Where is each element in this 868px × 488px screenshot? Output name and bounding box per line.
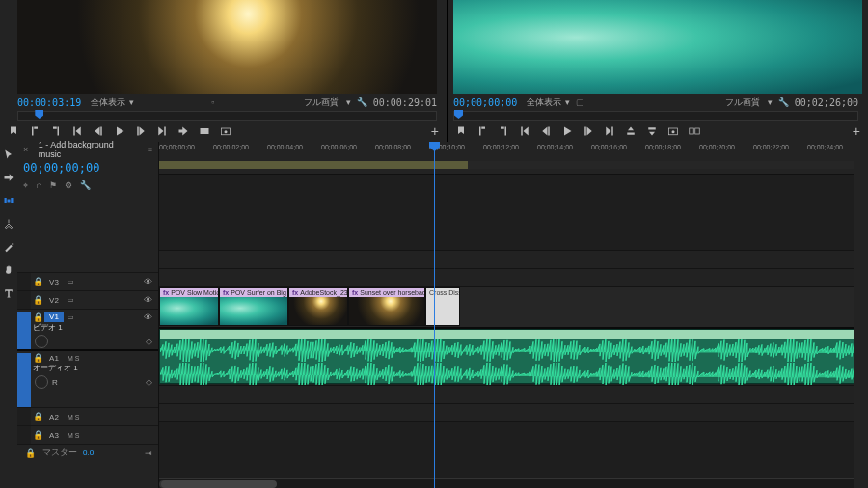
lane-a2[interactable] (159, 385, 868, 403)
mark-in-button[interactable] (29, 125, 41, 137)
track-header-v2[interactable]: 🔒 V2 ▭ 👁 (17, 290, 158, 309)
add-marker-button[interactable] (8, 125, 19, 137)
expand-icon[interactable]: ⇥ (145, 448, 152, 458)
mark-out-button[interactable] (50, 125, 62, 137)
clip-c2[interactable]: fxPOV Surfer on Big Blue Oc (219, 287, 288, 326)
razor-tool[interactable] (2, 217, 15, 230)
ripple-edit-tool[interactable] (2, 194, 15, 207)
track-header-a2[interactable]: 🔒 A2 M S (17, 407, 158, 425)
go-to-out-button[interactable] (156, 125, 168, 137)
track-target-v3[interactable] (17, 273, 31, 290)
program-playhead[interactable] (454, 110, 463, 119)
clip-c4[interactable]: fxSunset over horseback riders (348, 287, 425, 326)
lane-a3[interactable] (159, 403, 868, 421)
track-target-v1[interactable] (17, 312, 31, 349)
chevron-down-icon[interactable]: ▾ (346, 97, 351, 107)
track-mute-button[interactable]: M (68, 355, 73, 362)
lock-icon[interactable]: 🔒 (31, 412, 44, 421)
track-solo-button[interactable]: S (75, 355, 80, 362)
time-ruler[interactable]: 00;00;00;0000;00;02;0000;00;04;0000;00;0… (159, 142, 868, 175)
lock-icon[interactable]: 🔒 (31, 353, 44, 363)
link-icon[interactable]: ∩ (36, 180, 41, 190)
lock-icon[interactable]: 🔒 (31, 295, 44, 305)
source-fit-label[interactable]: フル画質 (304, 96, 339, 109)
track-solo-button[interactable]: S (75, 414, 80, 420)
step-back-button[interactable] (540, 125, 552, 137)
go-to-out-button[interactable] (604, 125, 615, 137)
lane-v2[interactable] (159, 268, 868, 286)
track-source-a1[interactable] (17, 353, 31, 407)
insert-button[interactable] (177, 125, 189, 137)
timeline-body[interactable]: 00;00;00;0000;00;02;0000;00;04;0000;00;0… (159, 142, 868, 488)
clip-c3[interactable]: fxAdobeStock_234381 (288, 287, 348, 326)
audio-clip[interactable] (159, 329, 868, 384)
track-dial[interactable] (35, 375, 48, 389)
lift-button[interactable] (625, 125, 637, 137)
program-fit-label[interactable]: フル画質 (725, 96, 760, 109)
track-target-v2[interactable] (17, 291, 31, 309)
snap-icon[interactable]: ⌖ (23, 180, 28, 191)
extract-button[interactable] (646, 125, 658, 137)
lock-icon[interactable]: 🔒 (23, 448, 37, 458)
wrench-icon[interactable]: 🔧 (80, 180, 91, 190)
play-button[interactable] (114, 125, 125, 137)
add-marker-button[interactable] (455, 125, 467, 137)
timeline-h-scrollbar[interactable] (159, 478, 868, 488)
wrench-icon[interactable]: 🔧 (357, 97, 367, 107)
settings-icon[interactable]: ⚙ (65, 180, 72, 190)
lane-v3[interactable] (159, 250, 868, 268)
overwrite-button[interactable] (199, 125, 210, 137)
go-to-in-button[interactable] (519, 125, 530, 137)
source-playhead[interactable] (35, 110, 43, 119)
eye-icon[interactable]: 👁 (144, 312, 152, 322)
track-mute-button[interactable]: M (68, 414, 73, 420)
keyframe-nav-icon[interactable]: ◇ (146, 337, 152, 346)
timeline-tab[interactable]: × 1 - Add background music ≡ (17, 142, 158, 157)
export-frame-button[interactable] (220, 125, 231, 137)
track-target-a2[interactable] (17, 408, 31, 425)
track-header-a3[interactable]: 🔒 A3 M S (17, 425, 158, 444)
play-button[interactable] (561, 125, 573, 137)
sequence-timecode[interactable]: 00;00;00;00 (17, 157, 158, 178)
eye-icon[interactable]: 👁 (144, 277, 152, 286)
clip-c5[interactable]: Cross Dissol (425, 287, 460, 326)
selection-tool[interactable] (2, 148, 15, 161)
step-forward-button[interactable] (135, 125, 147, 137)
add-button-icon[interactable]: + (431, 123, 439, 139)
eye-icon[interactable]: 👁 (144, 295, 152, 305)
program-scrubber[interactable] (453, 111, 858, 121)
pen-tool[interactable] (2, 240, 15, 254)
chevron-down-icon[interactable]: ▾ (768, 97, 773, 107)
track-target-a3[interactable] (17, 426, 31, 444)
type-tool[interactable] (2, 286, 15, 300)
master-value[interactable]: 0.0 (83, 448, 94, 457)
track-select-tool[interactable] (2, 171, 15, 184)
track-toggle-output[interactable]: ▭ (68, 296, 74, 304)
program-preview[interactable] (453, 0, 862, 94)
work-area-bar[interactable] (159, 161, 468, 169)
source-scrubber[interactable] (17, 111, 437, 121)
master-track-header[interactable]: 🔒 マスター 0.0 ⇥ (17, 444, 158, 461)
lane-a1[interactable] (159, 327, 868, 385)
track-header-v1[interactable]: 🔒 V1 ▭ 👁 ビデオ 1 ◇ (17, 309, 158, 349)
source-zoom-label[interactable]: 全体表示 (91, 96, 125, 109)
lane-v1[interactable]: fxPOV Slow Motion GOPRfxPOV Surfer on Bi… (159, 286, 868, 327)
go-to-in-button[interactable] (71, 125, 83, 137)
step-forward-button[interactable] (583, 125, 594, 137)
program-timecode-current[interactable]: 00;00;00;00 (453, 97, 517, 108)
export-frame-button[interactable] (667, 125, 679, 137)
lock-icon[interactable]: 🔒 (31, 277, 44, 286)
scroll-thumb[interactable] (161, 480, 277, 488)
lock-icon[interactable]: 🔒 (31, 312, 44, 322)
track-record-button[interactable]: R (52, 378, 58, 387)
hand-tool[interactable] (2, 263, 15, 277)
chevron-down-icon[interactable]: ▾ (565, 97, 570, 107)
lock-icon[interactable]: 🔒 (31, 430, 44, 440)
track-header-v3[interactable]: 🔒 V3 ▭ 👁 (17, 272, 158, 290)
clip-c1[interactable]: fxPOV Slow Motion GOPR (159, 287, 219, 326)
chevron-down-icon[interactable]: ▾ (129, 97, 134, 107)
wrench-icon[interactable]: 🔧 (778, 97, 789, 107)
comparison-view-button[interactable] (689, 125, 700, 137)
track-toggle-output[interactable]: ▭ (68, 278, 74, 285)
track-dial[interactable] (35, 335, 48, 348)
